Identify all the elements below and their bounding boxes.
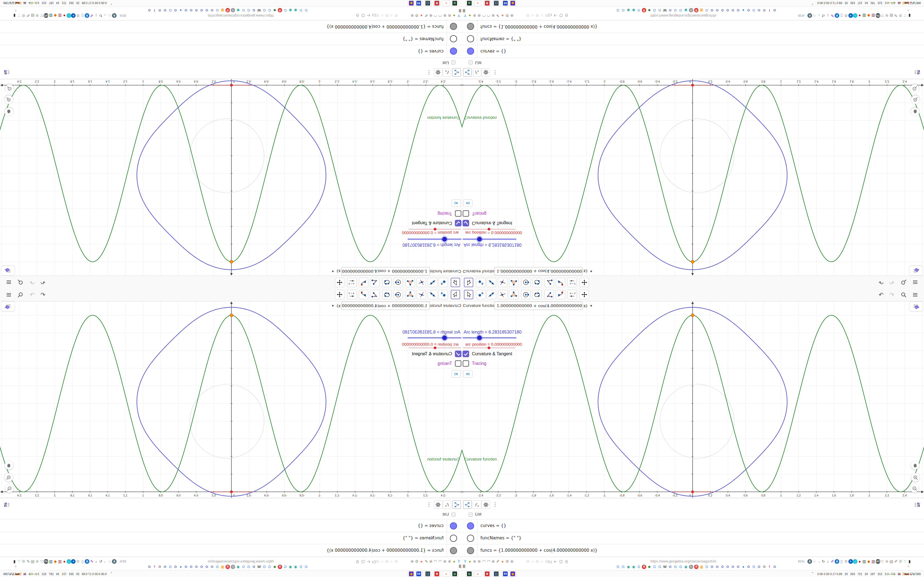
visibility-marble[interactable]	[450, 522, 457, 529]
taskbar-tile[interactable]: ▣	[451, 0, 459, 6]
favicon-chip[interactable]: ▤	[30, 559, 35, 564]
favicon-chip[interactable]: ∵	[903, 559, 908, 564]
tracing-checkbox[interactable]	[455, 360, 462, 367]
home-button[interactable]	[5, 461, 13, 469]
visibility-marble[interactable]	[467, 48, 474, 55]
algebra-style-button[interactable]	[2, 501, 11, 509]
slider-knob[interactable]	[434, 347, 436, 349]
home-button[interactable]	[911, 108, 919, 116]
taskbar-tile[interactable]: ⚙	[433, 0, 441, 6]
favicon-chip[interactable]: ⊕	[510, 559, 514, 564]
favicon-chip[interactable]: A	[85, 13, 89, 18]
line-tool-button[interactable]	[428, 290, 437, 299]
favicon-chip[interactable]: ▽	[880, 13, 885, 18]
favicon-chip[interactable]: G	[657, 8, 662, 12]
favicon-chip[interactable]: G	[616, 8, 620, 12]
taskbar-tile[interactable]: ◉	[509, 0, 517, 6]
favicon-chip[interactable]: ⚙	[844, 559, 848, 564]
algebra-row[interactable]: funcs = {1.000000000000 + cos(4.00000000…	[462, 20, 924, 33]
favicon-chip[interactable]: ▤	[889, 13, 894, 18]
favicon-chip[interactable]: ▯	[839, 13, 844, 18]
zoom-in-button[interactable]	[5, 95, 13, 104]
favicon-chip[interactable]: ↓	[94, 559, 99, 564]
favicon-chip[interactable]: ✐	[894, 559, 898, 564]
redo-button[interactable]: ↷	[28, 278, 36, 286]
favicon-chip[interactable]: ⊙	[535, 13, 540, 18]
move-view-tool-button[interactable]	[580, 278, 589, 287]
favicon-chip[interactable]: ✿	[252, 8, 256, 12]
transform-tool-button[interactable]	[556, 278, 565, 287]
favicon-chip[interactable]: A	[835, 559, 839, 564]
favicon-chip[interactable]: →	[103, 559, 108, 564]
favicon-chip[interactable]: ▩	[699, 565, 704, 569]
perpendicular-tool-button[interactable]	[417, 278, 426, 287]
favicon-chip[interactable]: ⊕	[885, 13, 889, 18]
favicon-chip[interactable]: UO	[876, 559, 880, 564]
favicon-chip[interactable]: ▮	[12, 559, 17, 564]
favicon-chip[interactable]: ▯	[839, 559, 844, 564]
move-tool-button[interactable]	[464, 278, 473, 287]
favicon-chip[interactable]: A	[112, 13, 116, 18]
favicon-chip[interactable]: A	[835, 13, 839, 18]
redo-button[interactable]: ↷	[28, 291, 36, 299]
favicon-chip[interactable]: W	[663, 565, 667, 569]
favicon-chip[interactable]: ⊕	[472, 559, 477, 564]
favicon-chip[interactable]: ✐	[89, 13, 94, 18]
move-view-tool-button[interactable]	[335, 278, 344, 287]
favicon-chip[interactable]: ∵	[17, 559, 21, 564]
lock-icon[interactable]	[355, 559, 360, 564]
favicon-chip[interactable]: Я	[694, 565, 698, 569]
favicon-chip[interactable]: ↓	[66, 13, 71, 18]
favicon-chip[interactable]: ▥	[871, 559, 876, 564]
favicon-chip[interactable]: G	[636, 565, 641, 569]
favicon-chip[interactable]: ⊕	[510, 13, 514, 18]
point-tool-button[interactable]: A	[439, 278, 448, 287]
favicon-chip[interactable]: ◉	[684, 8, 688, 12]
favicon-chip[interactable]: Y	[457, 559, 461, 564]
favicon-chip[interactable]: i	[689, 565, 693, 569]
algebra-row[interactable]: funcs = {1.000000000000 + cos(4.00000000…	[0, 20, 462, 33]
folder-icon[interactable]	[548, 559, 552, 564]
favicon-chip[interactable]: Y	[463, 559, 467, 564]
favicon-chip[interactable]: ⚙	[898, 13, 903, 18]
favicon-chip[interactable]: ▽	[880, 559, 885, 564]
favicon-chip[interactable]: ○	[530, 13, 535, 18]
favicon-chip[interactable]: ↓	[853, 13, 858, 18]
favicon-chip[interactable]: ✿	[184, 565, 188, 569]
curvature-tangent-checkbox[interactable]	[462, 220, 469, 226]
favicon-chip[interactable]: G	[304, 8, 308, 12]
settings-gear-button[interactable]	[481, 500, 490, 509]
arc-position-slider[interactable]	[409, 348, 461, 348]
polygon-tool-button[interactable]	[509, 290, 519, 299]
favicon-chip[interactable]: ○	[540, 559, 544, 564]
favicon-chip[interactable]: ↻	[821, 13, 826, 18]
favicon-chip[interactable]: ⚙	[505, 13, 510, 18]
favicon-chip[interactable]: ✿	[194, 8, 199, 12]
taskbar-tile[interactable]: ◉	[407, 0, 415, 6]
favicon-chip[interactable]: ✐	[894, 13, 898, 18]
back-arrow-icon[interactable]	[553, 13, 558, 18]
favicon-chip[interactable]: f	[767, 565, 772, 569]
favicon-chip[interactable]: ✿	[173, 565, 178, 569]
favicon-chip[interactable]: ⊕	[477, 559, 481, 564]
lock-icon[interactable]	[355, 13, 360, 18]
favicon-chip[interactable]: ✿	[746, 565, 751, 569]
favicon-chip[interactable]: ⚙	[158, 565, 162, 569]
favicon-chip[interactable]: ⊕	[35, 559, 40, 564]
menu-icon[interactable]	[911, 278, 919, 286]
favicon-chip[interactable]: ⚙	[898, 559, 903, 564]
visibility-marble[interactable]	[450, 48, 457, 55]
slider-knob[interactable]	[442, 237, 447, 242]
favicon-chip[interactable]: ⚙	[762, 565, 766, 569]
input-fx-button[interactable]: fx	[473, 68, 481, 77]
zoom-in-button[interactable]	[911, 473, 919, 482]
favicon-chip[interactable]: ✿	[772, 565, 777, 569]
favicon-chip[interactable]: ✐	[830, 13, 835, 18]
slider-tool-button[interactable]: a = 2	[347, 290, 357, 299]
circle-tool-button[interactable]	[521, 278, 530, 287]
favicon-chip[interactable]: ✿	[189, 565, 193, 569]
algebra-row[interactable]: curves = {}	[0, 45, 462, 58]
visibility-marble[interactable]	[450, 535, 457, 542]
slider-tool-button[interactable]: a = 2	[567, 278, 577, 287]
favicon-chip[interactable]: ●	[500, 13, 505, 18]
